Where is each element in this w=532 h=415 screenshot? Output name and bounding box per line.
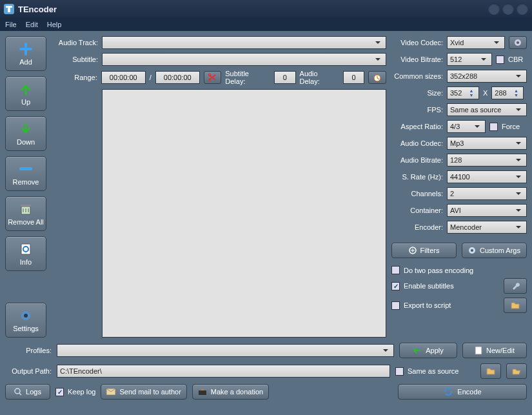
ar-select[interactable]: 4/3 (447, 120, 486, 133)
new-edit-button[interactable]: New/Edit (462, 343, 527, 358)
arrow-up-icon (18, 81, 34, 97)
arrow-down-icon (18, 121, 34, 137)
output-open-button[interactable] (506, 363, 527, 379)
encode-button[interactable]: Encode (398, 384, 527, 400)
svg-rect-1 (6, 6, 12, 8)
chevron-down-icon (515, 106, 524, 114)
audio-delay-label: Audio Delay: (300, 70, 339, 85)
encoder-label: Encoder: (391, 223, 443, 231)
vbitrate-label: Video Bitrate: (391, 56, 443, 63)
subtitle-options-button[interactable] (504, 278, 527, 294)
chevron-down-icon (515, 223, 524, 231)
info-icon (18, 241, 34, 257)
menu-help[interactable]: Help (47, 21, 62, 28)
folder-open-icon (512, 367, 521, 375)
filters-button[interactable]: Filters (391, 243, 457, 258)
scissors-button[interactable] (204, 71, 222, 84)
mail-icon (106, 389, 115, 395)
export-browse-button[interactable] (504, 298, 527, 313)
minimize-button[interactable] (488, 3, 500, 15)
settings-label: Settings (13, 325, 39, 332)
custom-args-button[interactable]: Custom Args (462, 243, 527, 258)
chevron-down-icon (515, 190, 524, 197)
vcodec-select[interactable]: Xvid (447, 36, 505, 49)
document-icon (475, 346, 482, 355)
range-label: Range: (52, 74, 97, 81)
file-list[interactable] (102, 89, 386, 338)
wrench-icon (511, 281, 520, 290)
abitrate-select[interactable]: 128 (447, 154, 527, 167)
subtitle-select[interactable] (102, 53, 386, 66)
output-path-input[interactable]: C:\TEncoder\ (57, 365, 390, 378)
ar-label: Aspect Ratio: (391, 123, 443, 130)
fps-select[interactable]: Same as source (447, 103, 527, 116)
info-button[interactable]: Info (5, 236, 46, 271)
srate-select[interactable]: 44100 (447, 170, 527, 183)
audio-delay-input[interactable]: 0 (343, 71, 365, 84)
maximize-button[interactable] (502, 3, 514, 15)
svg-rect-21 (199, 390, 206, 395)
encoder-select[interactable]: Mencoder (447, 221, 527, 234)
container-select[interactable]: AVI (447, 204, 527, 217)
channels-select[interactable]: 2 (447, 187, 527, 200)
logs-button[interactable]: Logs (5, 384, 50, 400)
remove-all-button[interactable]: Remove All (5, 196, 46, 231)
remove-all-label: Remove All (8, 218, 44, 226)
up-button[interactable]: Up (5, 76, 46, 111)
output-browse-button[interactable] (480, 363, 501, 379)
profiles-select[interactable] (57, 344, 394, 357)
apply-button[interactable]: Apply (399, 343, 457, 358)
menu-edit[interactable]: Edit (26, 21, 38, 28)
two-pass-checkbox[interactable]: Do two pass encoding (391, 266, 527, 274)
bottom-bar: Profiles: Apply New/Edit Output Path: C:… (0, 343, 532, 405)
settings-button[interactable]: Settings (5, 303, 46, 338)
chevron-down-icon (374, 56, 383, 63)
audio-track-select[interactable] (102, 36, 386, 49)
remove-label: Remove (13, 178, 39, 186)
donate-icon (198, 388, 207, 396)
vbitrate-select[interactable]: 512 (447, 53, 492, 66)
chevron-down-icon (515, 156, 524, 164)
add-button[interactable]: Add (5, 36, 46, 71)
output-label: Output Path: (5, 367, 52, 375)
cbr-checkbox[interactable]: CBR (496, 56, 523, 64)
subtitle-delay-input[interactable]: 0 (274, 71, 296, 84)
fps-label: FPS: (391, 106, 443, 114)
send-mail-button[interactable]: Send mail to author (101, 384, 186, 400)
svg-rect-3 (19, 167, 32, 170)
menubar: File Edit Help (0, 18, 532, 31)
enable-subtitles-checkbox[interactable]: ✓Enable subtitles (391, 282, 500, 290)
channels-label: Channels: (391, 190, 443, 197)
close-button[interactable] (517, 3, 528, 15)
settings-panel: Video Codec: Xvid Video Bitrate: 512 CBR… (391, 36, 527, 338)
keep-log-checkbox[interactable]: ✓Keep log (55, 388, 95, 396)
donate-button[interactable]: Make a donation (192, 384, 269, 400)
acodec-select[interactable]: Mp3 (447, 137, 527, 150)
srate-label: S. Rate (Hz): (391, 173, 443, 181)
range-to-input[interactable]: 00:00:00 (155, 71, 200, 84)
remove-button[interactable]: Remove (5, 156, 46, 191)
same-source-checkbox[interactable]: Same as source (395, 367, 475, 376)
filter-icon (409, 247, 417, 254)
folder-icon (486, 367, 495, 375)
common-sizes-select[interactable]: 352x288 (447, 70, 527, 83)
down-button[interactable]: Down (5, 116, 46, 151)
chevron-down-icon (515, 173, 524, 181)
trash-icon (18, 201, 34, 217)
common-sizes-label: Common sizes: (391, 72, 443, 80)
vcodec-options-button[interactable] (509, 36, 527, 49)
main-panel: Audio Track: Subtitle: Range: 00:00:00 /… (52, 36, 386, 338)
force-checkbox[interactable]: Force (489, 123, 520, 131)
gear-icon (514, 39, 522, 46)
height-stepper[interactable]: 288▲▼ (491, 86, 524, 99)
down-label: Down (17, 138, 35, 146)
vcodec-label: Video Codec: (391, 39, 443, 46)
clock-button[interactable] (368, 71, 386, 84)
menu-file[interactable]: File (5, 21, 17, 28)
export-script-checkbox[interactable]: Export to script (391, 301, 500, 310)
range-from-input[interactable]: 00:00:00 (101, 71, 146, 84)
subtitle-label: Subtitle: (52, 56, 98, 63)
chevron-down-icon (515, 72, 524, 80)
svg-rect-5 (21, 205, 31, 207)
width-stepper[interactable]: 352▲▼ (447, 86, 479, 99)
